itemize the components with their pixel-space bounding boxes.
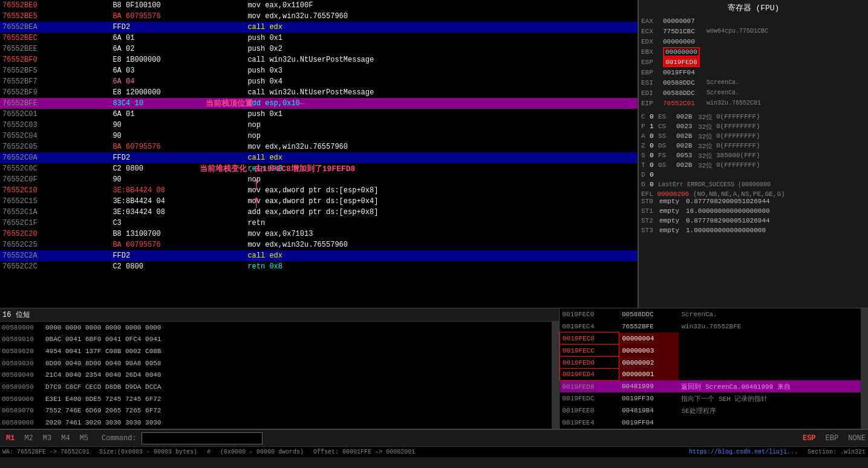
flag-reg: GS [658,161,676,169]
disasm-instr[interactable]: call edx [245,250,638,261]
stack-comment [679,345,860,357]
reg-name: ESI [641,79,663,86]
disasm-instr[interactable]: nop [245,131,638,141]
disasm-instr[interactable]: mov edx,win32u.76557960 [245,239,638,250]
stack-row[interactable]: 0019FEDC 0019FF30 指向下一个 SEH 记录的指针 [560,392,861,405]
hex-row[interactable]: 00589060 E3E1 E400 8DE5 7245 7245 6F72 [0,393,552,405]
disasm-instr[interactable]: retn 0x8 [245,163,638,174]
disasm-bytes: FFD2 [110,152,245,163]
status-hash: # [207,449,210,455]
command-input[interactable] [142,432,263,444]
bottom-tab[interactable]: M3 [39,433,55,444]
disasm-instr[interactable]: retn 0x8 [245,261,638,272]
stack-row[interactable]: 0019FED8 00481999 返回到 ScreenCa.00481999 … [560,380,861,392]
hex-table: 00589000 0000 0000 0000 0000 0000 0000 0… [0,322,552,429]
flag-row: O 0 LastErr ERROR_SUCCESS (00000000 [641,180,866,189]
stack-val: 76552BFE [619,320,679,333]
bottom-tab[interactable]: M5 [76,433,92,444]
disasm-instr[interactable]: add esp,0x10 [245,98,638,109]
hex-row[interactable]: 00589050 D7C9 C8CF CECD D8DB D9DA DCCA [0,381,552,393]
disasm-instr[interactable]: call win32u.NtUserPostMessage [245,54,638,65]
stack-row[interactable]: 0019FEC0 00588DDC ScreenCa. [560,308,861,320]
stack-row[interactable]: 0019FED0 00000002 [560,357,861,369]
bottom-tab[interactable]: M2 [21,433,36,444]
reg-name: ESP [641,59,663,66]
disasm-bytes: 6A 03 [110,65,245,76]
disasm-instr[interactable]: nop [245,120,638,131]
disasm-addr: 76552BF7 [0,76,110,87]
bottom-tab[interactable]: M1 [2,433,18,444]
disasm-instr[interactable]: mov eax,0x1100F [245,0,638,11]
disasm-instr[interactable]: push 0x1 [245,109,638,120]
reg-row: ESI 00588DDC ScreenCa. [641,77,866,88]
efl-val: 00000206 [657,190,689,198]
flag-name: C [641,113,650,120]
disasm-bytes: FFD2 [110,250,245,261]
disasm-wrapper: 76552BE0 B8 0F100100 mov eax,0x1100F 765… [0,0,638,308]
disasm-instr[interactable]: push 0x2 [245,44,638,54]
hex-row[interactable]: 00589000 0000 0000 0000 0000 0000 0000 [0,322,552,334]
hex-scrollbar[interactable] [552,322,559,429]
disasm-instr[interactable]: call edx [245,152,638,163]
disasm-instr[interactable]: push 0x3 [245,65,638,76]
reg-row: EAX 00000007 [641,16,866,26]
disasm-addr: 76552C15 [0,196,110,207]
disasm-instr[interactable]: retn [245,218,638,229]
ebp-status: EBP [826,434,839,443]
disasm-bytes: 6A 02 [110,44,245,54]
hex-row[interactable]: 00589030 8D00 0040 8D00 0040 90A8 0058 [0,357,552,369]
stack-addr: 0019FED8 [560,380,619,392]
disasm-bytes: C2 0800 [110,163,245,174]
hex-row[interactable]: 00589010 0BAC 0041 6BF0 0041 0FC4 0041 [0,334,552,346]
reg-rows-container: EAX 00000007 ECX 775D1CBC wow64cpu.775D1… [641,16,866,236]
disasm-addr: 76552C2C [0,261,110,272]
hex-addr: 00589000 [0,322,44,334]
disasm-addr: 76552BF0 [0,54,110,65]
disasm-instr[interactable]: push 0x1 [245,33,638,44]
disasm-bytes: 3E:8B4424 04 [110,196,245,207]
disasm-instr[interactable]: mov eax,dword ptr ds:[esp+0x4] [245,196,638,207]
stack-row[interactable]: 0019FEC4 76552BFE win32u.76552BFE [560,320,861,333]
stack-row[interactable]: 0019FED4 00000001 [560,368,861,380]
disasm-instr[interactable]: nop [245,174,638,185]
disasm-content[interactable]: 76552BE0 B8 0F100100 mov eax,0x1100F 765… [0,0,638,272]
stack-scrollbar[interactable] [861,308,868,429]
hex-row[interactable]: 00589020 4954 0041 137F C08B 0002 C08B [0,345,552,357]
stack-row[interactable]: 0019FEC8 00000004 [560,333,861,345]
disasm-instr[interactable]: call edx [245,22,638,33]
flag-val: 1 [650,123,658,130]
reg-row: EBP 0019FF04 [641,67,866,77]
cmd-label: Command: [102,434,137,443]
disasm-instr[interactable]: push 0x4 [245,76,638,87]
hex-row[interactable]: 00589040 21C4 0040 2354 0040 26D4 0040 [0,369,552,382]
stack-row[interactable]: 0019FEE0 004819B4 SE处理程序 [560,405,861,417]
disasm-addr: 76552C1F [0,218,110,229]
reg-row: EDI 00588DDC ScreenCa. [641,88,866,98]
flag-range: 0(FFFFFFFF) [716,132,760,140]
stack-row[interactable]: 0019FEE4 0019FF04 [560,417,861,429]
disasm-instr[interactable]: mov edx,win32u.76557960 [245,141,638,152]
disasm-instr[interactable]: mov eax,dword ptr ds:[esp+0x8] [245,185,638,196]
disasm-bytes: BA 60795576 [110,11,245,22]
disasm-instr[interactable]: add eax,dword ptr ds:[esp+0x8] [245,207,638,218]
stack-val: 00481999 [619,380,679,392]
stack-val: 00000003 [619,345,679,357]
hex-bytes: 4954 0041 137F C08B 0002 C08B [44,345,552,357]
status-wa: WA: 76552BFE -> 76552C01 [2,449,90,455]
stack-row[interactable]: 0019FECC 00000003 [560,345,861,357]
efl-row: EFL 00000206 (NO,NB,NE,A,NS,PE,GE,G) [641,190,866,198]
hex-row[interactable]: 00589080 2020 7461 3020 3030 3030 3030 [0,417,552,429]
hex-addr: 00589010 [0,334,44,346]
disasm-instr[interactable]: mov eax,0x71013 [245,229,638,239]
flag-val: 0 [650,181,658,188]
flag-row: C 0 ES 002B 32位 0(FFFFFFFF) [641,112,866,122]
hex-row[interactable]: 00589070 7552 746E 6D69 2065 7265 6F72 [0,405,552,417]
disasm-instr[interactable]: call win32u.NtUserPostMessage [245,87,638,98]
disasm-bytes: B8 0F100100 [110,0,245,11]
stack-comment: ScreenCa. [679,308,860,320]
st-name: ST0 [641,198,659,207]
flag-reg: SS [658,132,676,140]
disasm-instr[interactable]: mov edx,win32u.76557960 [245,11,638,22]
hex-panel: 16 位短 00589000 0000 0000 0000 0000 0000 … [0,308,560,429]
bottom-tab[interactable]: M4 [57,433,73,444]
